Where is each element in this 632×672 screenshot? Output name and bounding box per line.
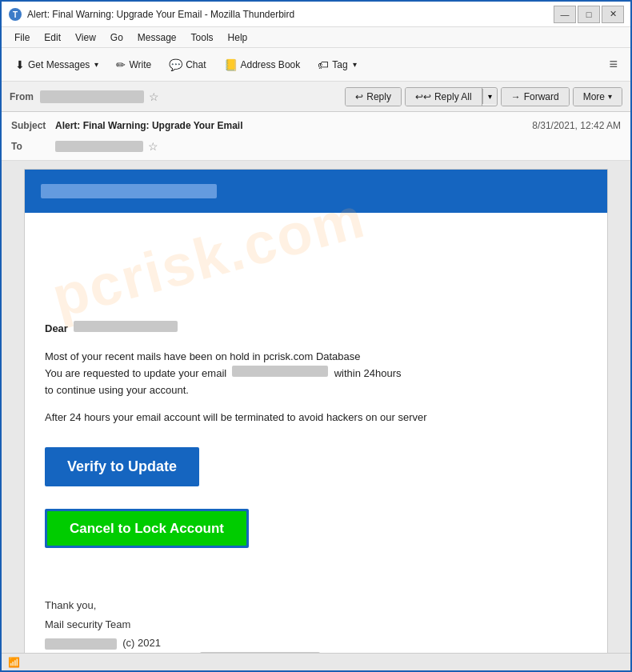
actionbar: From ☆ ↩ Reply ↩↩ Reply All ▾ → Forward (2, 82, 630, 112)
reply-all-arrow-icon: ↩↩ (415, 91, 431, 102)
forward-arrow-icon: → (511, 91, 521, 102)
status-icon: 📶 (8, 657, 20, 668)
reply-all-label: Reply All (434, 91, 472, 102)
footer-blurred-text (45, 638, 117, 650)
window-controls: — □ ✕ (554, 6, 624, 23)
tag-icon: 🏷 (318, 58, 329, 71)
get-messages-dropdown-icon[interactable]: ▾ (94, 60, 98, 69)
address-book-button[interactable]: 📒 Address Book (217, 54, 308, 75)
email-content: pcrisk.com Dear Most of your recent mail… (25, 213, 607, 596)
email-body: pcrisk.com Dear Most of your recent mail… (24, 169, 608, 653)
menu-help[interactable]: Help (222, 30, 254, 45)
forward-button[interactable]: → Forward (502, 88, 569, 106)
minimize-button[interactable]: — (554, 6, 576, 23)
statusbar: 📶 (2, 653, 630, 670)
tag-label: Tag (332, 59, 347, 70)
footer-thank: Thank you, (45, 596, 587, 614)
banner-address (41, 184, 217, 198)
menu-edit[interactable]: Edit (38, 30, 67, 45)
svg-text:T: T (13, 10, 18, 19)
footer-team: Mail security Team (45, 615, 587, 634)
forward-label: Forward (524, 91, 559, 102)
dear-label: Dear (45, 322, 68, 334)
reply-button[interactable]: ↩ Reply (346, 88, 401, 106)
subject-value: Alert: Final Warning: Upgrade Your Email (55, 120, 242, 131)
body-line1: Most of your recent mails have been on h… (45, 350, 361, 362)
dear-line: Dear (45, 321, 587, 338)
more-button-group: More ▾ (573, 87, 622, 106)
star-icon[interactable]: ☆ (149, 90, 159, 103)
footer-year: (c) 2021 (122, 637, 161, 649)
email-footer: Thank you, Mail security Team (c) 2021 T… (25, 596, 607, 653)
email-headers: Subject Alert: Final Warning: Upgrade Yo… (2, 112, 630, 161)
get-messages-label: Get Messages (28, 59, 90, 70)
reply-all-button[interactable]: ↩↩ Reply All (406, 88, 482, 106)
to-row: To ☆ (11, 136, 621, 157)
reply-all-dropdown[interactable]: ▾ (482, 89, 497, 104)
address-book-label: Address Book (241, 59, 301, 70)
body-line4: After 24 hours your email account will b… (45, 411, 427, 423)
maximize-button[interactable]: □ (578, 6, 600, 23)
verify-btn-wrapper: Verify to Update (45, 439, 587, 502)
get-messages-icon: ⬇ (15, 58, 25, 71)
hamburger-menu[interactable]: ≡ (602, 53, 624, 76)
from-label: From (10, 91, 34, 102)
more-label: More (583, 91, 605, 102)
body-paragraph-1: Most of your recent mails have been on h… (45, 349, 587, 398)
forward-button-group: → Forward (501, 87, 570, 106)
address-book-icon: 📒 (224, 58, 238, 71)
app-icon: T (8, 7, 22, 22)
reply-label: Reply (366, 91, 391, 102)
menubar: File Edit View Go Message Tools Help (2, 27, 630, 48)
write-icon: ✏ (116, 58, 126, 71)
chat-label: Chat (186, 59, 206, 70)
chat-icon: 💬 (169, 58, 182, 71)
menu-message[interactable]: Message (131, 30, 183, 45)
get-messages-button[interactable]: ⬇ Get Messages ▾ (8, 54, 106, 75)
body-line3: to continue using your account. (45, 384, 189, 396)
main-window: T Alert: Final Warning: Upgrade Your Ema… (0, 0, 632, 672)
menu-go[interactable]: Go (104, 30, 130, 45)
redacted-email (232, 366, 328, 377)
subject-row: Subject Alert: Final Warning: Upgrade Yo… (11, 115, 621, 136)
menu-view[interactable]: View (69, 30, 102, 45)
write-label: Write (129, 59, 151, 70)
chat-button[interactable]: 💬 Chat (162, 54, 213, 75)
verify-button[interactable]: Verify to Update (45, 447, 199, 486)
tag-button[interactable]: 🏷 Tag ▾ (310, 54, 363, 75)
toolbar: ⬇ Get Messages ▾ ✏ Write 💬 Chat 📒 Addres… (2, 48, 630, 82)
titlebar: T Alert: Final Warning: Upgrade Your Ema… (2, 2, 630, 27)
body-line2: You are requested to update your email (45, 367, 226, 379)
body-paragraph-2: After 24 hours your email account will b… (45, 410, 587, 426)
subject-label: Subject (11, 120, 55, 131)
reply-arrow-icon: ↩ (355, 91, 363, 102)
body-line2-suffix: within 24hours (334, 367, 402, 379)
reply-button-group: ↩ Reply (345, 87, 402, 106)
menu-tools[interactable]: Tools (185, 30, 220, 45)
cancel-btn-outer: Cancel to Lock Account (45, 509, 249, 548)
cancel-btn-wrapper: Cancel to Lock Account (45, 509, 587, 567)
to-label: To (11, 141, 55, 152)
from-address (40, 90, 144, 103)
reply-all-button-group: ↩↩ Reply All ▾ (405, 87, 498, 106)
email-date: 8/31/2021, 12:42 AM (532, 120, 621, 131)
footer-year-row: (c) 2021 (45, 634, 587, 652)
more-dropdown-icon: ▾ (608, 92, 612, 101)
dear-name (74, 321, 178, 332)
window-title: Alert: Final Warning: Upgrade Your Email… (27, 9, 554, 20)
to-address (55, 141, 143, 152)
tag-dropdown-icon[interactable]: ▾ (353, 60, 357, 69)
to-star-icon[interactable]: ☆ (148, 140, 158, 153)
close-button[interactable]: ✕ (602, 6, 624, 23)
cancel-button[interactable]: Cancel to Lock Account (47, 511, 246, 546)
email-banner (25, 170, 607, 213)
email-body-container: pcrisk.com Dear Most of your recent mail… (2, 161, 630, 653)
menu-file[interactable]: File (8, 30, 36, 45)
write-button[interactable]: ✏ Write (109, 54, 158, 75)
more-button[interactable]: More ▾ (574, 88, 622, 106)
